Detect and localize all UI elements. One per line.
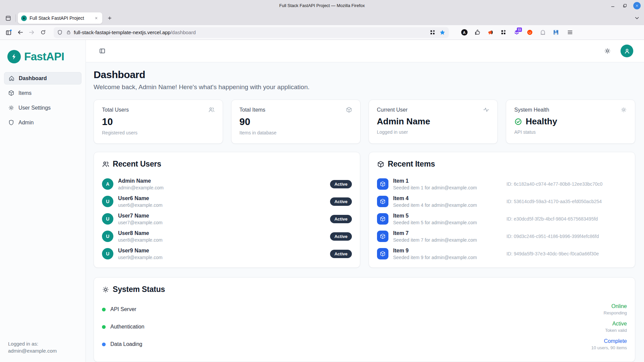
status-dot-blue-icon xyxy=(102,343,106,346)
stats-row: Total Users 10 Registered users Total It… xyxy=(94,100,635,144)
sidebar-item-label: Admin xyxy=(18,120,34,126)
app-header xyxy=(86,40,644,62)
avatar: U xyxy=(102,196,113,207)
stack-extension-icon[interactable]: 11 xyxy=(513,29,520,36)
system-status-card: System Status API Server Online Respondi… xyxy=(94,277,635,362)
reload-button[interactable] xyxy=(38,27,48,38)
item-name: Item 5 xyxy=(393,213,477,219)
avatar: A xyxy=(102,178,113,190)
url-path: /dashboard xyxy=(170,29,196,35)
status-detail: Token valid xyxy=(605,328,627,333)
status-badge: Active xyxy=(330,180,352,188)
box-icon xyxy=(346,107,352,113)
close-button[interactable] xyxy=(633,2,641,9)
megaphone-extension-icon[interactable] xyxy=(487,29,494,36)
stat-label: System Health xyxy=(514,107,549,113)
gear-icon xyxy=(8,105,14,111)
item-desc: Seeded item 1 for admin@example.com xyxy=(393,185,477,190)
adguard-extension-icon[interactable]: A xyxy=(461,29,468,36)
sidebar-item-items[interactable]: Items xyxy=(4,87,82,99)
status-badge: Active xyxy=(330,250,352,258)
item-name: Item 1 xyxy=(393,178,477,184)
hamburger-menu-icon[interactable] xyxy=(565,27,575,38)
status-dot-green-icon xyxy=(102,325,106,329)
list-all-tabs-icon[interactable] xyxy=(634,15,640,21)
stat-label: Total Items xyxy=(239,107,265,113)
forward-button[interactable] xyxy=(26,27,37,38)
bookmark-star-icon[interactable] xyxy=(439,29,445,36)
theme-toggle-sun-icon[interactable] xyxy=(602,45,613,57)
sidebar-toggle-icon[interactable] xyxy=(97,45,108,57)
page-subtitle: Welcome back, Admin Name! Here's what's … xyxy=(94,83,635,91)
https-lock-icon[interactable] xyxy=(66,30,71,35)
item-id: ID: 09d3c246-c951-4186-b996-399f4efc86fd xyxy=(504,234,599,239)
save-disk-extension-icon[interactable] xyxy=(552,29,559,36)
window-title: Full Stack FastAPI Project — Mozilla Fir… xyxy=(279,3,365,8)
users-icon xyxy=(102,161,109,168)
item-desc: Seeded item 4 for admin@example.com xyxy=(393,202,477,208)
item-row: Item 5Seeded item 5 for admin@example.co… xyxy=(377,210,627,228)
sidebar-item-user-settings[interactable]: User Settings xyxy=(4,102,82,114)
container-grid-icon[interactable] xyxy=(430,29,435,35)
user-row: U User8 Nameuser8@example.com Active xyxy=(102,228,352,245)
status-value: Online xyxy=(604,303,627,309)
user-row: U User6 Nameuser6@example.com Active xyxy=(102,193,352,210)
user-row: U User7 Nameuser7@example.com Active xyxy=(102,210,352,228)
status-badge: Active xyxy=(330,197,352,206)
tab-close-icon[interactable] xyxy=(93,15,100,21)
item-row: Item 1Seeded item 1 for admin@example.co… xyxy=(377,175,627,193)
item-desc: Seeded item 5 for admin@example.com xyxy=(393,220,477,225)
ghost-extension-icon[interactable] xyxy=(539,29,546,36)
stat-caption: Items in database xyxy=(239,130,352,135)
status-row: Authentication Active Token valid xyxy=(102,318,627,336)
url-bar[interactable]: full-stack-fastapi-template-nextjs.verce… xyxy=(54,27,449,38)
tracking-protection-shield-icon[interactable] xyxy=(57,29,63,35)
user-name: User7 Name xyxy=(118,213,163,219)
brand-name: FastAPI xyxy=(24,50,64,63)
user-row: A Admin Nameadmin@example.com Active xyxy=(102,175,352,193)
check-circle-icon xyxy=(514,118,522,126)
minimize-button[interactable] xyxy=(609,2,616,9)
fastapi-logo: FastAPI xyxy=(4,47,82,72)
item-desc: Seeded item 9 for admin@example.com xyxy=(393,255,477,260)
user-email: admin@example.com xyxy=(118,185,164,190)
user-email: user7@example.com xyxy=(118,220,163,225)
item-desc: Seeded item 7 for admin@example.com xyxy=(393,237,477,243)
item-id: ID: 53614cd9-59a3-4170-aa35-efd050acb254 xyxy=(504,199,602,204)
maximize-button[interactable] xyxy=(621,2,629,9)
user-name: User9 Name xyxy=(118,248,163,254)
tab-title: Full Stack FastAPI Project xyxy=(30,15,93,21)
thumbs-up-extension-icon[interactable] xyxy=(474,29,481,36)
extension-cluster: A 11 xyxy=(461,29,559,36)
firefox-view-icon[interactable] xyxy=(3,27,14,38)
recent-users-card: Recent Users A Admin Nameadmin@example.c… xyxy=(94,152,360,268)
user-name: Admin Name xyxy=(118,178,164,184)
sidebar-item-admin[interactable]: Admin xyxy=(4,116,82,129)
back-button[interactable] xyxy=(15,27,25,38)
recent-items-title: Recent Items xyxy=(388,160,435,169)
url-text: full-stack-fastapi-template-nextjs.verce… xyxy=(74,29,427,35)
item-name: Item 4 xyxy=(393,195,477,201)
logged-in-email: admin@example.com xyxy=(8,347,57,355)
item-box-icon xyxy=(377,248,388,259)
stat-value: 90 xyxy=(239,116,352,127)
new-tab-button[interactable] xyxy=(104,13,115,23)
user-avatar[interactable] xyxy=(621,45,633,57)
status-row: API Server Online Responding xyxy=(102,301,627,318)
recent-users-title: Recent Users xyxy=(113,160,161,169)
recent-items-card: Recent Items Item 1Seeded item 1 for adm… xyxy=(369,152,635,268)
box-icon xyxy=(377,161,384,168)
logged-in-footer: Logged in as: admin@example.com xyxy=(8,340,57,355)
status-row: Data Loading Complete 10 users, 90 items xyxy=(102,336,627,353)
tab-separator xyxy=(15,14,16,22)
extensions-puzzle-icon[interactable] xyxy=(500,29,507,36)
reddit-extension-icon[interactable] xyxy=(526,29,533,36)
item-box-icon xyxy=(377,196,388,207)
vertical-tabs-icon[interactable] xyxy=(3,13,13,23)
home-icon xyxy=(8,75,15,81)
sidebar-item-dashboard[interactable]: Dashboard xyxy=(4,72,82,84)
sidebar-item-label: User Settings xyxy=(18,105,51,111)
browser-tab[interactable]: Full Stack FastAPI Project xyxy=(18,12,102,24)
sidebar-item-label: Dashboard xyxy=(19,75,47,81)
shield-icon xyxy=(8,119,14,126)
